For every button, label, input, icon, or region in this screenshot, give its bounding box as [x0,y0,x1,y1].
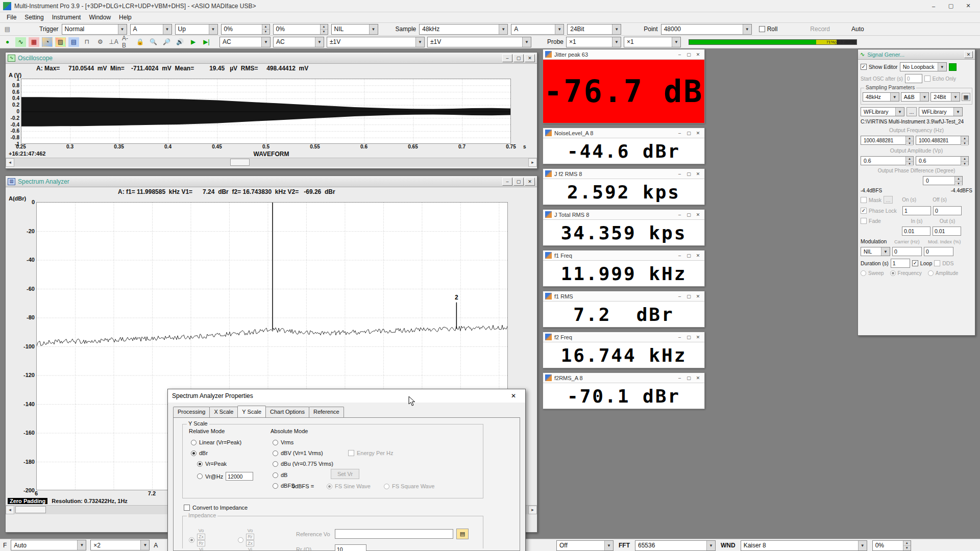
impedance-circuit2-radio[interactable] [238,537,243,543]
dbv-radio[interactable] [273,450,278,456]
tab-y-scale[interactable]: Y Scale [237,406,266,416]
ddp-titlebar[interactable]: Jitter peak 63 –▢✕ [543,49,704,60]
close-icon[interactable]: ✕ [506,390,521,402]
maximize-icon[interactable]: ▢ [684,374,693,382]
maximize-icon[interactable]: ▢ [684,334,693,341]
modulation-type-select[interactable]: NIL▼ [861,247,890,256]
osc-scroll-track[interactable] [14,158,528,167]
start-osc-field[interactable]: 0 [905,74,922,83]
data-logger-icon[interactable]: ▤ [68,37,79,47]
ddp-titlebar[interactable]: NoiseLevel_A 8 –▢✕ [543,128,704,138]
off-select[interactable]: Off▼ [556,540,614,551]
spec-scroll-thumb[interactable] [15,506,46,513]
amplitude-radio[interactable] [928,270,934,276]
minimize-icon[interactable]: – [675,51,684,58]
close-icon[interactable]: ✕ [694,293,702,300]
freq-b-spinner[interactable]: 1000.488281▲▼ [916,136,969,145]
menu-file[interactable]: File [3,13,20,22]
close-icon[interactable]: ✕ [694,51,702,58]
frequency-mode-select[interactable]: Auto▼ [11,540,86,550]
osc-scroll-thumb[interactable] [230,159,250,166]
energy-per-hz-item[interactable]: Energy Per Hz [348,450,394,456]
wflibrary-left-select[interactable]: WFLibrary▼ [861,107,904,116]
mod-index-field[interactable]: 0 [924,247,953,256]
linear-radio-item[interactable]: Linear (Vr=Peak) [191,439,241,445]
sample-channel-select[interactable]: A▼ [511,24,564,35]
spinner-arrows-icon[interactable]: ▲▼ [320,24,328,34]
minimize-icon[interactable]: – [675,130,684,137]
device-test-plan-icon[interactable]: ⚙ [95,37,106,47]
close-icon[interactable]: ✕ [694,252,702,259]
minimize-icon[interactable]: – [502,178,512,186]
run-icon[interactable]: ● [2,37,13,47]
probe-a-select[interactable]: ×1▼ [566,37,621,47]
multimeter-icon[interactable]: ◔ [42,37,53,47]
mod-carrier-field[interactable]: 0 [892,247,922,256]
db-radio[interactable] [273,472,278,478]
wflibrary-right-select[interactable]: WFLibrary▼ [919,107,963,116]
maximize-icon[interactable]: ▢ [513,178,524,186]
echo-only-checkbox[interactable] [924,76,930,82]
auto-button[interactable]: Auto [851,26,864,33]
ddp-titlebar[interactable]: J f2 RMS 8 –▢✕ [543,169,704,179]
range-a-select[interactable]: ±1V▼ [327,37,425,47]
phase-spinner[interactable]: 0▲▼ [923,176,963,185]
osc-horizontal-scrollbar[interactable]: ◂ ▸ [6,158,537,166]
minimize-icon[interactable]: – [675,211,684,218]
roll-checkbox[interactable] [759,26,765,32]
multiplier-select[interactable]: ×2▼ [90,540,150,550]
oscilloscope-icon[interactable]: ∿ [15,37,26,47]
scroll-left-icon[interactable]: ◂ [6,158,14,167]
maximize-icon[interactable]: ▢ [684,51,693,58]
ddp-titlebar[interactable]: f1 RMS –▢✕ [543,291,704,302]
spinner-arrows-icon[interactable]: ▲▼ [905,157,913,165]
maximize-icon[interactable]: ▢ [684,170,693,178]
phase-lock-checkbox[interactable]: ✓ [861,208,867,214]
dbu-radio-item[interactable]: dBu (Vr=0.775 Vrms) [273,461,333,467]
sample-bits-select[interactable]: 24Bit▼ [567,24,621,35]
rr-field[interactable]: 10 [335,544,366,551]
coupling-b-select[interactable]: AC▼ [273,37,324,47]
oscilloscope-plot[interactable] [21,79,511,144]
siggen-run-button[interactable] [949,63,957,71]
range-b-select[interactable]: ±1V▼ [427,37,531,47]
sweep-radio[interactable] [861,270,866,276]
loop-checkbox[interactable]: ✓ [912,260,918,266]
play-icon[interactable]: ▶ [188,37,199,47]
set-vr-button[interactable]: Set Vr [331,469,359,479]
loopback-select[interactable]: No Loopback▼ [900,62,947,71]
sample-rate-select[interactable]: 48kHz▼ [419,24,508,35]
folder-open-icon[interactable]: ▤ [456,529,469,539]
trigger-level-spinner[interactable]: 0%▲▼ [221,24,270,35]
minimize-icon[interactable]: – [675,170,684,178]
scroll-right-icon[interactable]: ▸ [528,158,537,167]
trigger-delay-spinner[interactable]: 0%▲▼ [273,24,328,35]
ddp-titlebar[interactable]: f2RMS_A 8 –▢✕ [543,373,704,383]
fs-sine-radio[interactable] [327,484,332,489]
close-icon[interactable]: ✕ [960,1,977,12]
fade-checkbox[interactable] [861,218,867,224]
spectrum-3d-plot-icon[interactable]: ▨ [55,37,66,47]
fs-square-item[interactable]: FS Square Wave [384,483,434,489]
oscilloscope-titlebar[interactable]: ∿ Oscilloscope – ▢ ✕ [6,53,537,64]
minimize-icon[interactable]: – [925,1,942,12]
linear-radio[interactable] [191,440,197,445]
vr-hz-radio-item[interactable]: Vr@Hz 12000 [197,472,253,481]
phase-lock-b-field[interactable]: 0 [933,206,962,215]
menu-window[interactable]: Window [85,13,114,22]
label-a-icon[interactable]: ⊥A [108,37,119,47]
spinner-arrows-icon[interactable]: ▲▼ [903,541,911,550]
lcr-meter-icon[interactable]: ⊓ [82,37,92,47]
db-radio-item[interactable]: dB [273,472,287,478]
ddp-titlebar[interactable]: f2 Freq –▢✕ [543,332,704,342]
amp-a-spinner[interactable]: 0.6▲▼ [861,156,914,165]
close-icon[interactable]: ✕ [964,51,973,58]
dds-checkbox[interactable] [934,260,940,266]
vrms-radio[interactable] [273,440,278,445]
dbv-radio-item[interactable]: dBV (Vr=1 Vrms) [273,450,323,456]
close-icon[interactable]: ✕ [694,170,702,178]
window-function-select[interactable]: Kaiser 8▼ [741,540,867,551]
maximize-icon[interactable]: ▢ [684,211,693,218]
impedance-circuit1-radio[interactable] [189,537,194,543]
spinner-arrows-icon[interactable]: ▲▼ [262,24,270,34]
